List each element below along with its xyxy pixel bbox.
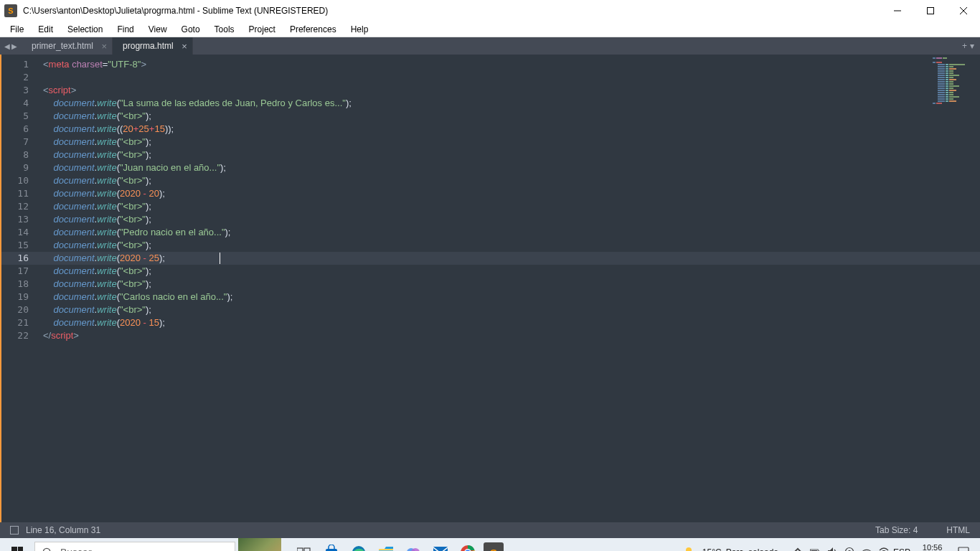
- code-line[interactable]: </script>: [36, 329, 980, 342]
- copilot-icon[interactable]: [402, 541, 425, 551]
- line-number[interactable]: 22: [1, 329, 36, 342]
- line-number[interactable]: 2: [1, 71, 36, 84]
- wifi-icon[interactable]: [879, 547, 889, 552]
- code-view[interactable]: <meta charset="UTF-8"><script> document.…: [36, 55, 980, 522]
- tab-overflow-button[interactable]: ▾: [970, 41, 974, 51]
- tab-size-indicator[interactable]: Tab Size: 4: [875, 525, 918, 535]
- line-number[interactable]: 3: [1, 84, 36, 97]
- code-line[interactable]: [36, 71, 980, 84]
- menu-file[interactable]: File: [3, 23, 31, 36]
- code-line[interactable]: document.write(2020 - 15);: [36, 316, 980, 329]
- code-line[interactable]: document.write("<br>");: [36, 265, 980, 278]
- line-number[interactable]: 12: [1, 200, 36, 213]
- code-line[interactable]: document.write("<br>");: [36, 239, 980, 252]
- line-number[interactable]: 10: [1, 174, 36, 187]
- code-line[interactable]: document.write("<br>");: [36, 303, 980, 316]
- file-tab[interactable]: primer_text.html×: [22, 37, 113, 55]
- line-number-gutter: 12345678910111213141516171819202122: [0, 55, 36, 522]
- windows-logo-icon: [11, 547, 23, 551]
- maximize-button[interactable]: [914, 0, 947, 22]
- minimize-button[interactable]: [881, 0, 914, 22]
- minimap[interactable]: [933, 57, 976, 105]
- close-button[interactable]: [947, 0, 980, 22]
- line-number[interactable]: 17: [1, 265, 36, 278]
- microsoft-store-icon[interactable]: [320, 541, 343, 551]
- line-number[interactable]: 6: [1, 123, 36, 136]
- file-explorer-icon[interactable]: [374, 541, 397, 551]
- svg-point-4: [43, 548, 50, 551]
- edge-browser-icon[interactable]: [347, 541, 370, 551]
- weather-temp: 15°C: [702, 547, 722, 551]
- line-number[interactable]: 21: [1, 316, 36, 329]
- line-number[interactable]: 18: [1, 278, 36, 291]
- syntax-indicator[interactable]: HTML: [946, 525, 970, 535]
- code-line[interactable]: <script>: [36, 84, 980, 97]
- battery-icon[interactable]: [810, 547, 820, 552]
- line-number[interactable]: 9: [1, 161, 36, 174]
- tab-close-icon[interactable]: ×: [182, 41, 187, 52]
- code-line[interactable]: <meta charset="UTF-8">: [36, 58, 980, 71]
- sublime-text-icon[interactable]: S: [484, 542, 504, 551]
- line-number[interactable]: 4: [1, 97, 36, 110]
- tab-nav-prev[interactable]: ◀: [4, 42, 10, 50]
- menubar: FileEditSelectionFindViewGotoToolsProjec…: [0, 22, 980, 37]
- code-line[interactable]: document.write("<br>");: [36, 174, 980, 187]
- taskbar-clock[interactable]: 10:56 18/4/2023: [915, 542, 950, 551]
- code-line[interactable]: document.write("Carlos nacio en el año..…: [36, 291, 980, 303]
- menu-tools[interactable]: Tools: [207, 23, 242, 36]
- volume-icon[interactable]: [827, 547, 837, 552]
- code-line[interactable]: document.write("La suma de las edades de…: [36, 97, 980, 110]
- notifications-button[interactable]: [954, 547, 973, 551]
- line-number[interactable]: 11: [1, 187, 36, 200]
- code-line[interactable]: document.write("<br>");: [36, 136, 980, 149]
- app-icon-letter: S: [8, 6, 13, 15]
- tab-nav-next[interactable]: ▶: [11, 42, 17, 50]
- search-icon: [42, 547, 53, 552]
- language-indicator[interactable]: ESP: [893, 547, 910, 551]
- code-line[interactable]: document.write("<br>");: [36, 149, 980, 161]
- line-number[interactable]: 1: [1, 58, 36, 71]
- file-tab[interactable]: progrma.html×: [113, 37, 193, 55]
- cortana-widget[interactable]: [238, 538, 281, 551]
- line-number[interactable]: 7: [1, 136, 36, 149]
- code-line[interactable]: document.write(2020 - 25);: [36, 252, 980, 265]
- onedrive-icon[interactable]: [862, 547, 872, 552]
- taskbar-search[interactable]: Buscar: [34, 542, 235, 551]
- statusbar-panel-switch-icon[interactable]: [10, 526, 19, 534]
- code-line[interactable]: document.write("<br>");: [36, 200, 980, 213]
- menu-selection[interactable]: Selection: [60, 23, 110, 36]
- menu-preferences[interactable]: Preferences: [283, 23, 344, 36]
- code-line[interactable]: document.write((20+25+15));: [36, 123, 980, 136]
- weather-widget[interactable]: 15°C Parc. soleado: [684, 545, 778, 551]
- line-number[interactable]: 5: [1, 110, 36, 123]
- code-line[interactable]: document.write("Pedro nacio en el año...…: [36, 226, 980, 239]
- line-number[interactable]: 8: [1, 149, 36, 161]
- start-button[interactable]: [0, 538, 34, 551]
- code-line[interactable]: document.write("<br>");: [36, 110, 980, 123]
- menu-view[interactable]: View: [141, 23, 174, 36]
- taskbar-right-tray: 15°C Parc. soleado ESP 10:56 18/4/2023: [684, 542, 980, 551]
- menu-goto[interactable]: Goto: [174, 23, 207, 36]
- tray-overflow-icon[interactable]: [793, 547, 803, 552]
- menu-edit[interactable]: Edit: [31, 23, 60, 36]
- line-number[interactable]: 14: [1, 226, 36, 239]
- line-number[interactable]: 15: [1, 239, 36, 252]
- line-number[interactable]: 13: [1, 213, 36, 226]
- task-view-icon[interactable]: [293, 541, 316, 551]
- new-tab-button[interactable]: +: [962, 41, 967, 51]
- line-number[interactable]: 16: [1, 252, 36, 265]
- menu-find[interactable]: Find: [110, 23, 141, 36]
- code-line[interactable]: document.write("<br>");: [36, 278, 980, 291]
- chrome-browser-icon[interactable]: [456, 541, 479, 551]
- line-number[interactable]: 20: [1, 303, 36, 316]
- tab-close-icon[interactable]: ×: [101, 41, 107, 52]
- code-line[interactable]: document.write("<br>");: [36, 213, 980, 226]
- location-icon[interactable]: [844, 547, 854, 552]
- menu-project[interactable]: Project: [242, 23, 283, 36]
- code-line[interactable]: document.write("Juan nacio en el año..."…: [36, 161, 980, 174]
- tab-label: primer_text.html: [32, 41, 93, 51]
- mail-icon[interactable]: 1: [429, 541, 452, 551]
- code-line[interactable]: document.write(2020 - 20);: [36, 187, 980, 200]
- line-number[interactable]: 19: [1, 291, 36, 303]
- menu-help[interactable]: Help: [344, 23, 376, 36]
